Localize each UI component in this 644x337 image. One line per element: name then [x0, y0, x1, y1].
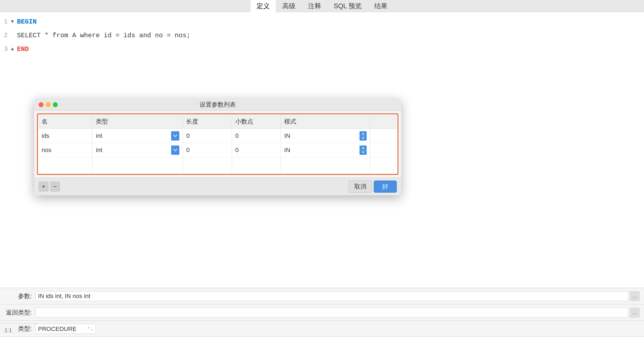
- modal-title: 设置参数列表: [200, 101, 236, 109]
- tab-notes[interactable]: 注释: [302, 0, 327, 12]
- row1-type-dropdown[interactable]: [171, 131, 179, 141]
- param-table-container: 名 类型 长度 小数点 模式 ids: [37, 113, 398, 175]
- tab-bar: 定义 高级 注释 SQL 预览 结果: [0, 0, 644, 12]
- row1-type-cell: [93, 129, 183, 143]
- modal-titlebar: 设置参数列表: [34, 99, 401, 111]
- tab-define[interactable]: 定义: [251, 0, 276, 12]
- row1-type-input[interactable]: [96, 132, 171, 139]
- line-arrow-3: ▲: [11, 46, 17, 52]
- row2-spinner-up[interactable]: ▲: [360, 145, 367, 150]
- line-arrow-1: ▼: [11, 19, 17, 24]
- row1-decimal: 0: [232, 129, 281, 143]
- col-name: 名: [38, 115, 93, 129]
- status-bar: 1:1: [0, 323, 38, 337]
- code-line-3: 3 ▲ END: [0, 42, 644, 56]
- cursor-position: 1:1: [4, 327, 12, 333]
- row1-mode-cell: ▲ ▼: [281, 129, 370, 143]
- row2-type-cell: [93, 143, 183, 157]
- type-select-wrap: PROCEDURE FUNCTION: [36, 324, 96, 334]
- table-row: nos 0 0: [38, 143, 397, 157]
- line-arrow-2: [11, 33, 17, 38]
- tab-sql-preview[interactable]: SQL 预览: [328, 0, 368, 12]
- row2-mode-input[interactable]: [284, 147, 360, 154]
- tab-advanced[interactable]: 高级: [276, 0, 301, 12]
- row2-name: nos: [38, 143, 93, 157]
- line-content-3: END: [17, 45, 644, 53]
- return-type-input[interactable]: [36, 308, 628, 318]
- window-max-btn[interactable]: [53, 102, 58, 107]
- params-row: 参数: ...: [0, 288, 644, 304]
- params-label: 参数:: [4, 292, 32, 300]
- col-length: 长度: [183, 115, 232, 129]
- code-line-2: 2 SELECT * from A where id = ids and no …: [0, 28, 644, 42]
- row1-mode-input[interactable]: [284, 132, 360, 139]
- code-line-1: 1 ▼ BEGIN: [0, 15, 644, 28]
- row2-type-input[interactable]: [96, 147, 171, 154]
- param-table: 名 类型 长度 小数点 模式 ids: [38, 114, 398, 174]
- line-content-2: SELECT * from A where id = ids and no = …: [17, 32, 644, 39]
- col-mode: 模式: [281, 115, 370, 129]
- ok-button[interactable]: 好: [374, 181, 397, 193]
- line-number-3: 3: [0, 46, 11, 53]
- row1-name: ids: [38, 129, 93, 143]
- col-type: 类型: [93, 115, 183, 129]
- cancel-button[interactable]: 取消: [349, 181, 372, 193]
- row1-length: 0: [183, 129, 232, 143]
- row1-spinner-down[interactable]: ▼: [360, 136, 367, 141]
- row1-extra: [370, 129, 397, 143]
- window-min-btn[interactable]: [46, 102, 51, 107]
- type-row: 类型: PROCEDURE FUNCTION: [0, 321, 644, 337]
- bottom-panel: 参数: ... 返回类型: ... 类型: PROCEDURE FUNCTION: [0, 288, 644, 337]
- line-content-1: BEGIN: [17, 18, 644, 25]
- params-input[interactable]: [36, 291, 628, 301]
- row2-decimal: 0: [232, 143, 281, 157]
- tab-results[interactable]: 结果: [368, 0, 393, 12]
- remove-param-button[interactable]: −: [50, 182, 60, 192]
- return-label: 返回类型:: [4, 309, 32, 317]
- line-number-1: 1: [0, 18, 11, 25]
- row1-spinner-up[interactable]: ▲: [360, 131, 367, 136]
- row2-type-dropdown[interactable]: [171, 145, 179, 155]
- row2-spinner-down[interactable]: ▼: [360, 150, 367, 155]
- params-dots-button[interactable]: ...: [630, 291, 640, 301]
- row1-mode-spinner[interactable]: ▲ ▼: [360, 131, 367, 141]
- table-row: ids 0 0: [38, 129, 397, 143]
- empty-row: [38, 157, 397, 174]
- return-type-row: 返回类型: ...: [0, 304, 644, 321]
- modal-body: 名 类型 长度 小数点 模式 ids: [34, 111, 401, 178]
- window-close-btn[interactable]: [39, 102, 44, 107]
- return-dots-button[interactable]: ...: [630, 308, 640, 318]
- modal-footer: + − 取消 好: [34, 178, 401, 195]
- modal-param-table: 设置参数列表 名 类型 长度 小数点 模式: [34, 99, 401, 195]
- add-param-button[interactable]: +: [39, 182, 48, 192]
- row2-extra: [370, 143, 397, 157]
- line-number-2: 2: [0, 32, 11, 39]
- row2-length: 0: [183, 143, 232, 157]
- col-extra: [370, 115, 397, 129]
- col-decimal: 小数点: [232, 115, 281, 129]
- row2-mode-cell: ▲ ▼: [281, 143, 370, 157]
- type-select[interactable]: PROCEDURE FUNCTION: [36, 324, 96, 334]
- row2-mode-spinner[interactable]: ▲ ▼: [360, 145, 367, 155]
